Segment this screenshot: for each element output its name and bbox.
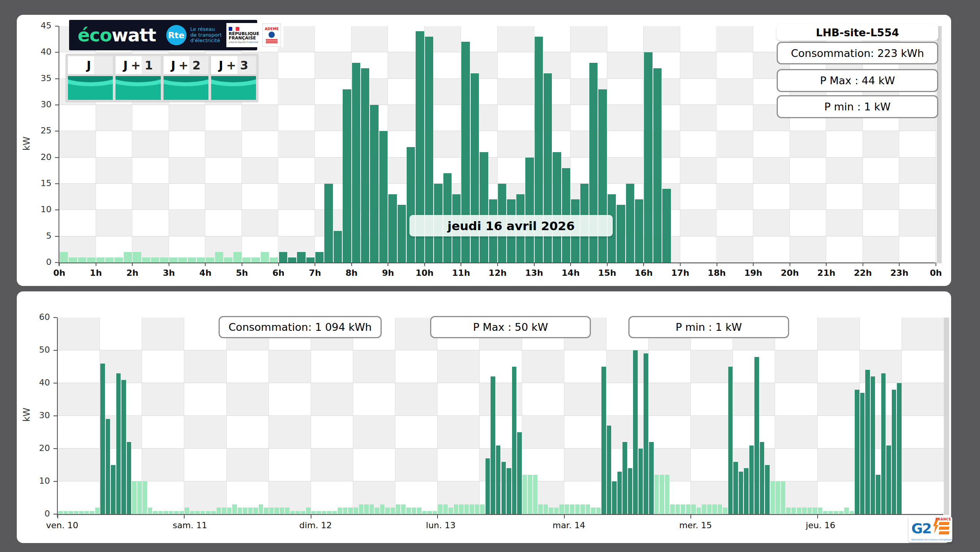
forecast-button-j[interactable]: J (68, 56, 113, 100)
grid-cell (269, 350, 311, 383)
grid-cell (775, 383, 817, 416)
x-tick-label: 2h (115, 268, 150, 278)
bar (559, 504, 564, 514)
grid-cell (311, 350, 353, 383)
ecowatt-banner: écowatt Rte Le réseau de transport d'éle… (69, 20, 257, 50)
x-tick-label: 16h (626, 268, 661, 278)
x-axis-tick (753, 263, 754, 266)
grid-cell (169, 131, 206, 157)
grid-cell (311, 383, 353, 416)
bar (860, 393, 865, 514)
bar (681, 504, 685, 514)
grid-cell (680, 236, 717, 263)
x-tick-label: 19h (736, 268, 771, 278)
bar (480, 504, 485, 514)
grid-cell (169, 184, 206, 210)
bar (628, 468, 633, 514)
bar (251, 257, 260, 263)
bar (417, 508, 422, 514)
ecowatt-forecast-buttons: J J+ 1 J+ 2 J+ 3 (66, 54, 258, 102)
x-axis-tick (205, 263, 206, 266)
g2e-tagline: Optimisation des ressources énergétiques (911, 538, 952, 541)
grid-cell (790, 210, 827, 236)
y-tick-label: 50 (28, 345, 50, 355)
bar (74, 511, 79, 514)
bar (206, 257, 214, 263)
bar (290, 511, 295, 514)
week-pmin-text: P min : 1 kW (676, 321, 742, 333)
bar (87, 257, 95, 263)
y-tick-label: 0 (28, 509, 50, 518)
g2e-france-text: FRANCE (936, 517, 951, 521)
grid-cell (353, 416, 395, 449)
g2e-france-logo: G2 FRANCE Optimisation des ressources én… (909, 517, 952, 542)
bar (133, 252, 141, 263)
bar (844, 508, 849, 514)
grid-cell (279, 26, 315, 52)
grid-cell (58, 318, 100, 350)
rte-tagline-line2: de transport (190, 32, 222, 38)
bar (388, 194, 397, 263)
bar (591, 508, 596, 514)
bar (691, 504, 696, 514)
x-axis-tick (388, 263, 388, 266)
rte-tagline: Le réseau de transport d'électricité (190, 27, 222, 44)
forecast-button-j3[interactable]: J+ 3 (211, 56, 256, 100)
forecast-j-label: J (123, 59, 128, 72)
bar (760, 442, 765, 514)
x-tick-label: 12h (480, 268, 515, 278)
grid-cell (753, 131, 790, 157)
bar (617, 472, 622, 514)
x-tick-label: 1h (78, 268, 114, 278)
bar (523, 475, 527, 514)
day-chart-y-unit: kW (21, 137, 32, 151)
bar (839, 511, 844, 514)
bar (227, 508, 232, 514)
bar (248, 508, 253, 514)
bar (391, 508, 395, 514)
y-tick-label: 10 (28, 476, 50, 486)
ecowatt-green-signal-icon (164, 76, 208, 100)
grid-cell (680, 184, 717, 210)
bar (60, 252, 68, 263)
bar (114, 257, 123, 263)
bar (188, 257, 196, 263)
bar (881, 373, 886, 514)
grid-cell (59, 131, 96, 157)
grid-cell (606, 383, 649, 416)
bar (626, 184, 634, 263)
bar (797, 508, 802, 514)
bar (443, 504, 448, 514)
y-axis-tick (55, 236, 59, 237)
forecast-button-j1[interactable]: J+ 1 (116, 56, 160, 100)
grid-cell (607, 79, 644, 105)
grid-cell (607, 105, 644, 131)
bar (185, 508, 189, 514)
x-axis-tick (132, 263, 133, 266)
bar (670, 504, 675, 514)
bar (623, 442, 627, 514)
grid-cell (571, 26, 607, 52)
x-tick-label: 0h (918, 268, 953, 278)
x-axis-tick (534, 263, 535, 266)
grid-cell (96, 158, 133, 184)
bar (375, 508, 379, 514)
y-axis-tick (53, 481, 57, 482)
grid-cell (169, 210, 206, 236)
x-tick-label: jeu. 16 (806, 520, 857, 530)
y-axis-tick (55, 52, 59, 53)
day-pmin-text: P min : 1 kW (824, 101, 891, 113)
x-tick-label: 6h (261, 268, 296, 278)
y-axis-tick (53, 383, 57, 383)
bar (480, 152, 488, 263)
bar (813, 508, 817, 514)
y-axis-tick (55, 209, 59, 210)
day-chart-x-axis (59, 263, 935, 263)
grid-cell (607, 52, 644, 78)
forecast-button-j2[interactable]: J+ 2 (164, 56, 208, 100)
week-consumption-badge: Consommation: 1 094 kWh (219, 316, 382, 338)
grid-cell (606, 416, 649, 449)
x-tick-label: 10h (407, 268, 442, 278)
bar (406, 508, 411, 514)
y-axis-tick (53, 448, 57, 449)
